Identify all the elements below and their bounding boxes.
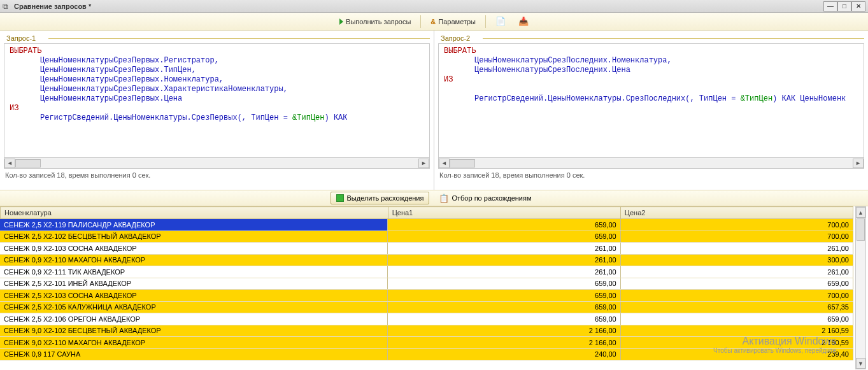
col-price1[interactable]: Цена1 [388, 207, 620, 219]
tool-icon-2[interactable]: 📥 [513, 15, 534, 29]
cell-price1: 261,00 [388, 255, 620, 266]
filter-icon: 📋 [439, 194, 449, 203]
params-button[interactable]: & Параметры [425, 15, 481, 29]
scroll-track[interactable] [15, 159, 418, 168]
code-line: ЦеныНоменклатурыСрезПервых.Номенклатура, [40, 75, 224, 84]
scroll-track[interactable] [856, 218, 865, 357]
code-line: ) КАК ЦеныНоменк [772, 94, 846, 103]
scroll-thumb[interactable] [15, 159, 41, 167]
maximize-button[interactable]: □ [837, 1, 851, 11]
table-row[interactable]: СЕНЕЖ 2,5 Х2-101 ИНЕЙ АКВАДЕКОР659,00659… [0, 278, 853, 290]
cell-price1: 2 166,00 [388, 325, 620, 337]
cell-nomenclature: СЕНЕЖ 2,5 Х2-101 ИНЕЙ АКВАДЕКОР [0, 278, 388, 290]
cell-nomenclature: СЕНЕЖ 0,9 Х2-103 СОСНА АКВАДЕКОР [0, 243, 388, 254]
table-row[interactable]: СЕНЕЖ 9,0 Х2-102 БЕСЦВЕТНЫЙ АКВАДЕКОР2 1… [0, 325, 853, 338]
separator [420, 15, 421, 28]
cell-price2: 700,00 [620, 219, 853, 231]
title-bar: ⧉ Сравнение запросов * — □ ✕ [0, 0, 868, 13]
col-nomenclature[interactable]: Номенклатура [1, 207, 388, 219]
query2-editor[interactable]: ВЫБРАТЬ ЦеныНоменклатурыСрезПоследних.Но… [438, 43, 864, 158]
code-line: ЦеныНоменклатурыСрезПоследних.Номенклату… [474, 56, 672, 65]
cell-nomenclature: СЕНЕЖ 2,5 Х2-105 КАЛУЖНИЦА АКВАДЕКОР [0, 302, 388, 313]
cell-price2: 659,00 [620, 278, 853, 290]
table-row[interactable]: СЕНЕЖ 2,5 Х2-119 ПАЛИСАНДР АКВАДЕКОР659,… [0, 219, 853, 231]
cell-nomenclature: СЕНЕЖ 0,9 117 САУНА [0, 349, 388, 360]
table-row[interactable]: СЕНЕЖ 2,5 Х2-105 КАЛУЖНИЦА АКВАДЕКОР659,… [0, 302, 853, 314]
compare-toolbar: Выделить расхождения 📋 Отбор по расхожде… [0, 190, 868, 206]
separator [485, 15, 486, 28]
scroll-left-icon[interactable]: ◄ [4, 159, 15, 168]
code-param: &ТипЦен [741, 94, 772, 103]
table-row[interactable]: СЕНЕЖ 9,0 Х2-110 МАХАГОН АКВАДЕКОР2 166,… [0, 337, 853, 349]
scroll-thumb[interactable] [450, 159, 475, 167]
query1-hscroll[interactable]: ◄ ► [4, 158, 430, 169]
query2-pane: Запрос-2 ВЫБРАТЬ ЦеныНоменклатурыСрезПос… [434, 31, 868, 190]
table-row[interactable]: СЕНЕЖ 0,9 Х2-111 ТИК АКВАДЕКОР261,00261,… [0, 266, 853, 278]
cell-price1: 659,00 [388, 290, 620, 301]
code-line: РегистрСведений.ЦеныНоменклатуры.СрезПер… [40, 113, 292, 122]
code-line: ЦеныНоменклатурыСрезПервых.Регистратор, [40, 56, 219, 65]
cell-price2: 239,40 [620, 349, 853, 360]
code-line: РегистрСведений.ЦеныНоменклатуры.СрезПос… [474, 94, 741, 103]
scroll-right-icon[interactable]: ► [418, 159, 429, 168]
cell-price2: 2 160,59 [620, 337, 853, 348]
cell-price2: 700,00 [620, 290, 853, 301]
scroll-thumb[interactable] [857, 218, 865, 241]
cell-nomenclature: СЕНЕЖ 2,5 Х2-102 БЕСЦВЕТНЫЙ АКВАДЕКОР [0, 231, 388, 243]
cell-price2: 659,00 [620, 313, 853, 325]
cell-price1: 240,00 [388, 349, 620, 360]
query2-hscroll[interactable]: ◄ ► [438, 158, 864, 169]
grid-vscroll[interactable]: ▲ ▼ [855, 206, 866, 369]
code-line: ЦеныНоменклатурыСрезПервых.Цена [40, 94, 182, 103]
export-icon: 📄 [495, 17, 506, 27]
filter-diff-button[interactable]: 📋 Отбор по расхождениям [433, 192, 537, 204]
app-icon: ⧉ [3, 2, 11, 11]
scroll-up-icon[interactable]: ▲ [856, 207, 865, 218]
highlight-icon [336, 194, 344, 202]
kw-select: ВЫБРАТЬ [10, 46, 41, 55]
query1-status: Кол-во записей 18, время выполнения 0 се… [4, 169, 430, 180]
query1-legend: Запрос-1 [4, 34, 430, 42]
highlight-diff-button[interactable]: Выделить расхождения [331, 192, 429, 204]
main-toolbar: Выполнить запросы & Параметры 📄 📥 [0, 13, 868, 31]
code-line: ЦеныНоменклатурыСрезПервых.Характеристик… [40, 85, 288, 94]
window-title: Сравнение запросов * [14, 3, 91, 10]
import-icon: 📥 [518, 17, 529, 27]
code-line: ) КАК [325, 113, 348, 122]
run-label: Выполнить запросы [346, 18, 411, 25]
ampersand-icon: & [430, 18, 436, 25]
kw-from: ИЗ [10, 104, 18, 113]
query1-editor[interactable]: ВЫБРАТЬ ЦеныНоменклатурыСрезПервых.Регис… [4, 43, 430, 158]
scroll-left-icon[interactable]: ◄ [439, 159, 450, 168]
kw-from: ИЗ [444, 75, 453, 84]
table-row[interactable]: СЕНЕЖ 2,5 Х2-106 ОРЕГОН АКВАДЕКОР659,006… [0, 313, 853, 325]
table-row[interactable]: СЕНЕЖ 0,9 Х2-103 СОСНА АКВАДЕКОР261,0026… [0, 243, 853, 255]
query1-pane: Запрос-1 ВЫБРАТЬ ЦеныНоменклатурыСрезПер… [0, 31, 434, 190]
scroll-down-icon[interactable]: ▼ [856, 358, 865, 369]
query2-legend: Запрос-2 [438, 34, 864, 42]
table-row[interactable]: СЕНЕЖ 0,9 117 САУНА240,00239,40 [0, 349, 853, 361]
cell-nomenclature: СЕНЕЖ 2,5 Х2-103 СОСНА АКВАДЕКОР [0, 290, 388, 301]
cell-price1: 659,00 [388, 313, 620, 325]
table-row[interactable]: СЕНЕЖ 0,9 Х2-110 МАХАГОН АКВАДЕКОР261,00… [0, 255, 853, 267]
scroll-right-icon[interactable]: ► [853, 159, 864, 168]
cell-nomenclature: СЕНЕЖ 2,5 Х2-119 ПАЛИСАНДР АКВАДЕКОР [0, 219, 388, 231]
col-price2[interactable]: Цена2 [620, 207, 853, 219]
close-button[interactable]: ✕ [851, 1, 865, 11]
table-row[interactable]: СЕНЕЖ 2,5 Х2-103 СОСНА АКВАДЕКОР659,0070… [0, 290, 853, 302]
query2-status: Кол-во записей 18, время выполнения 0 се… [438, 169, 864, 180]
cell-price1: 261,00 [388, 266, 620, 278]
code-param: &ТипЦен [292, 113, 324, 122]
minimize-button[interactable]: — [823, 1, 837, 11]
code-line: ЦеныНоменклатурыСрезПоследних.Цена [474, 66, 630, 75]
cell-price2: 261,00 [620, 243, 853, 254]
run-queries-button[interactable]: Выполнить запросы [334, 15, 416, 29]
highlight-label: Выделить расхождения [346, 194, 423, 202]
tool-icon-1[interactable]: 📄 [490, 15, 511, 29]
cell-price2: 261,00 [620, 266, 853, 278]
scroll-track[interactable] [450, 159, 853, 168]
code-line: ЦеныНоменклатурыСрезПервых.ТипЦен, [40, 66, 196, 75]
table-row[interactable]: СЕНЕЖ 2,5 Х2-102 БЕСЦВЕТНЫЙ АКВАДЕКОР659… [0, 231, 853, 243]
result-grid[interactable]: Номенклатура Цена1 Цена2 СЕНЕЖ 2,5 Х2-11… [0, 206, 868, 360]
kw-select: ВЫБРАТЬ [444, 46, 476, 55]
